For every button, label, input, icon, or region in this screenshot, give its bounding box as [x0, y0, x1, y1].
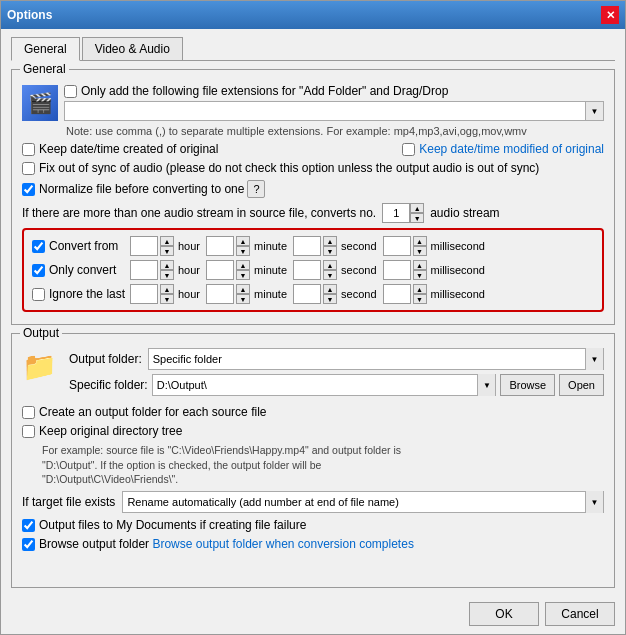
audio-stream-prefix: If there are more than one audio stream … — [22, 206, 376, 220]
audio-stream-down[interactable]: ▼ — [410, 213, 424, 223]
tab-general[interactable]: General — [11, 37, 80, 61]
browse-output-checkbox[interactable] — [22, 538, 35, 551]
normalize-checkbox[interactable] — [22, 183, 35, 196]
ignore-last-checkbox[interactable] — [32, 288, 45, 301]
output-docs-label: Output files to My Documents if creating… — [22, 518, 306, 532]
convert-from-ms-up[interactable]: ▲ — [413, 236, 427, 246]
tab-video-audio[interactable]: Video & Audio — [82, 37, 183, 60]
keep-date-created-checkbox[interactable] — [22, 143, 35, 156]
convert-from-second[interactable]: 0 — [293, 236, 321, 256]
extension-input[interactable] — [64, 101, 586, 121]
output-section: Output 📁 Output folder: Specific folder … — [11, 333, 615, 588]
target-exists-label: If target file exists — [22, 495, 115, 509]
only-convert-second[interactable]: 30 — [293, 260, 321, 280]
only-convert-minute[interactable]: 10 — [206, 260, 234, 280]
ok-button[interactable]: OK — [469, 602, 539, 626]
convert-from-label: Convert from — [32, 239, 127, 253]
only-convert-hour[interactable]: 0 — [130, 260, 158, 280]
ignore-last-second-up[interactable]: ▲ — [323, 284, 337, 294]
ignore-last-ms[interactable]: 0 — [383, 284, 411, 304]
normalize-label: Normalize file before converting to one — [22, 182, 244, 196]
folder-icon: 📁 — [22, 350, 57, 383]
general-section: General 🎬 Only add the following file ex… — [11, 69, 615, 325]
keep-date-modified-label: Keep date/time modified of original — [402, 142, 604, 156]
only-convert-ms-up[interactable]: ▲ — [413, 260, 427, 270]
output-folder-select[interactable]: Specific folder — [149, 353, 585, 365]
target-exists-select[interactable]: Rename automatically (add number at end … — [123, 496, 585, 508]
ignore-last-hour-down[interactable]: ▼ — [160, 294, 174, 304]
keep-date-created-label: Keep date/time created of original — [22, 142, 218, 156]
convert-from-hour-up[interactable]: ▲ — [160, 236, 174, 246]
browse-button[interactable]: Browse — [500, 374, 555, 396]
example-text: For example: source file is "C:\Video\Fr… — [42, 443, 604, 487]
output-folder-dropdown[interactable]: ▼ — [585, 348, 603, 370]
convert-from-minute[interactable]: 2 — [206, 236, 234, 256]
keep-date-modified-checkbox[interactable] — [402, 143, 415, 156]
note-text: Note: use comma (,) to separate multiple… — [66, 125, 604, 137]
only-convert-ms[interactable]: 0 — [383, 260, 411, 280]
ignore-last-second[interactable]: 0 — [293, 284, 321, 304]
only-convert-hour-down[interactable]: ▼ — [160, 270, 174, 280]
only-convert-ms-down[interactable]: ▼ — [413, 270, 427, 280]
specific-folder-dropdown[interactable]: ▼ — [477, 374, 495, 396]
create-subfolder-checkbox[interactable] — [22, 406, 35, 419]
ignore-last-hour[interactable]: 0 — [130, 284, 158, 304]
fix-sync-label: Fix out of sync of audio (please do not … — [22, 161, 539, 175]
open-button[interactable]: Open — [559, 374, 604, 396]
audio-stream-suffix: audio stream — [430, 206, 499, 220]
tab-bar: General Video & Audio — [11, 37, 615, 61]
output-folder-label: Output folder: — [69, 352, 142, 366]
audio-stream-up[interactable]: ▲ — [410, 203, 424, 213]
ignore-last-second-down[interactable]: ▼ — [323, 294, 337, 304]
convert-from-ms[interactable]: 0 — [383, 236, 411, 256]
window-title: Options — [7, 8, 52, 22]
convert-from-ms-down[interactable]: ▼ — [413, 246, 427, 256]
ignore-last-minute-up[interactable]: ▲ — [236, 284, 250, 294]
general-section-label: General — [20, 62, 69, 76]
specific-folder-input[interactable]: D:\Output\ — [153, 379, 478, 391]
specific-folder-label: Specific folder: — [69, 378, 148, 392]
close-button[interactable]: ✕ — [601, 6, 619, 24]
ignore-last-minute[interactable]: 0 — [206, 284, 234, 304]
ignore-last-ms-down[interactable]: ▼ — [413, 294, 427, 304]
extension-dropdown-btn[interactable]: ▼ — [586, 101, 604, 121]
output-section-label: Output — [20, 326, 62, 340]
keep-directory-label: Keep original directory tree — [22, 424, 182, 438]
only-convert-label: Only convert — [32, 263, 127, 277]
create-subfolder-label: Create an output folder for each source … — [22, 405, 266, 419]
only-convert-minute-down[interactable]: ▼ — [236, 270, 250, 280]
only-convert-minute-up[interactable]: ▲ — [236, 260, 250, 270]
bottom-buttons: OK Cancel — [11, 596, 615, 626]
ignore-last-label: Ignore the last — [32, 287, 127, 301]
convert-from-minute-up[interactable]: ▲ — [236, 236, 250, 246]
cancel-button[interactable]: Cancel — [545, 602, 615, 626]
browse-output-label: Browse output folder Browse output folde… — [22, 537, 414, 551]
output-docs-checkbox[interactable] — [22, 519, 35, 532]
convert-from-second-up[interactable]: ▲ — [323, 236, 337, 246]
only-convert-second-down[interactable]: ▼ — [323, 270, 337, 280]
convert-from-hour-down[interactable]: ▼ — [160, 246, 174, 256]
target-exists-dropdown[interactable]: ▼ — [585, 491, 603, 513]
convert-from-checkbox[interactable] — [32, 240, 45, 253]
ignore-last-hour-up[interactable]: ▲ — [160, 284, 174, 294]
keep-directory-checkbox[interactable] — [22, 425, 35, 438]
convert-from-second-down[interactable]: ▼ — [323, 246, 337, 256]
help-button[interactable]: ? — [247, 180, 265, 198]
fix-sync-checkbox[interactable] — [22, 162, 35, 175]
only-convert-hour-up[interactable]: ▲ — [160, 260, 174, 270]
only-convert-checkbox[interactable] — [32, 264, 45, 277]
ignore-last-minute-down[interactable]: ▼ — [236, 294, 250, 304]
add-folder-checkbox[interactable] — [64, 85, 77, 98]
convert-from-hour[interactable]: 0 — [130, 236, 158, 256]
audio-stream-input[interactable] — [382, 203, 410, 223]
time-convert-box: Convert from 0 ▲ ▼ hour 2 ▲ — [22, 228, 604, 312]
only-convert-second-up[interactable]: ▲ — [323, 260, 337, 270]
convert-from-minute-down[interactable]: ▼ — [236, 246, 250, 256]
title-bar: Options ✕ — [1, 1, 625, 29]
ignore-last-ms-up[interactable]: ▲ — [413, 284, 427, 294]
film-icon: 🎬 — [22, 85, 58, 121]
add-folder-label: Only add the following file extensions f… — [81, 84, 448, 98]
